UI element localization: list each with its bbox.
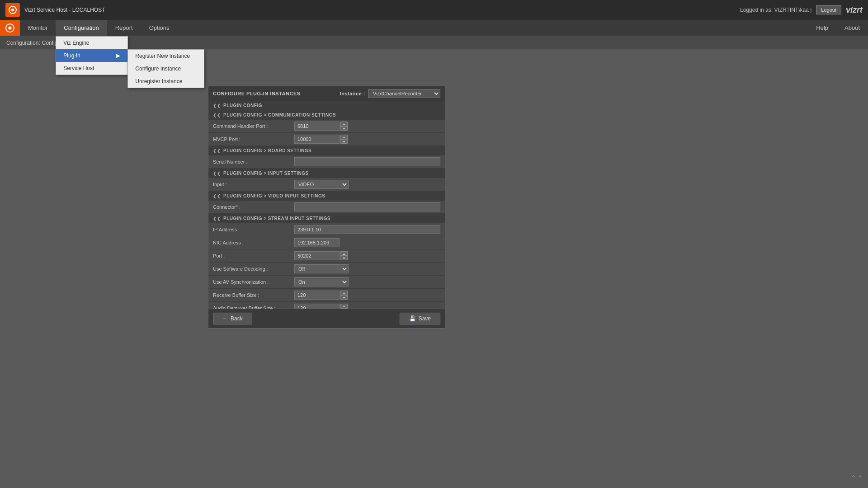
audio-demuxer-up[interactable]: ▲	[340, 304, 348, 308]
nav-item-monitor[interactable]: Monitor	[20, 20, 56, 36]
software-decoding-dropdown[interactable]: Off On	[294, 264, 349, 273]
panel-title: CONFIGURE PLUG-IN INSTANCES	[213, 91, 301, 96]
section-communication-body: Command Handler Port : ▲ ▼ MVCP Port :	[208, 120, 445, 146]
receive-buffer-up[interactable]: ▲	[340, 291, 348, 295]
nic-address-input[interactable]	[294, 238, 340, 247]
mvcp-port-input[interactable]	[294, 135, 340, 144]
nav-configuration-label: Configuration	[64, 24, 99, 31]
section-stream-header[interactable]: ❮❮ PLUGIN CONFIG > STREAM INPUT SETTINGS	[208, 214, 445, 223]
command-handler-down[interactable]: ▼	[340, 126, 348, 131]
scroll-to-top-icon[interactable]: ⌃⌃	[850, 474, 863, 483]
menu-item-plug-in[interactable]: Plug-in ▶ Register New Instance Configur…	[56, 49, 127, 62]
chevron-icon-board: ❮❮	[213, 149, 221, 153]
submenu-item-unregister[interactable]: Unregister Instance	[128, 75, 204, 88]
plugin-submenu: Register New Instance Configure Instance…	[127, 49, 204, 88]
vizrt-logo: vizrt	[846, 5, 863, 15]
section-stream-body: IP Address : NIC Address : Port : ▲ ▼	[208, 223, 445, 309]
spinbox-command-handler: ▲ ▼	[294, 122, 348, 131]
nav-monitor-label: Monitor	[28, 24, 47, 31]
mvcp-spinbtns: ▲ ▼	[340, 135, 348, 144]
receive-buffer-input[interactable]	[294, 291, 340, 300]
field-label-connector: Connector* :	[213, 204, 294, 210]
field-command-handler-port: Command Handler Port : ▲ ▼	[208, 120, 445, 133]
section-input-header[interactable]: ❮❮ PLUGIN CONFIG > INPUT SETTINGS	[208, 169, 445, 178]
app-logo-icon	[5, 3, 20, 17]
port-down[interactable]: ▼	[340, 256, 348, 260]
save-button[interactable]: 💾 Save	[400, 313, 440, 324]
topbar-right: Logged in as: VIZRTINT\kaa | Logout vizr…	[740, 5, 863, 15]
nav-item-about[interactable]: About	[836, 20, 868, 36]
section-video-header[interactable]: ❮❮ PLUGIN CONFIG > VIDEO INPUT SETTINGS	[208, 191, 445, 201]
connector-input[interactable]	[294, 202, 440, 211]
panel-header: CONFIGURE PLUG-IN INSTANCES Instance : V…	[208, 86, 445, 101]
chevron-icon-video: ❮❮	[213, 194, 221, 198]
section-board-body: Serial Number :	[208, 155, 445, 169]
nav-report-label: Report	[115, 24, 133, 31]
topbar-left: Vizrt Service Host - LOCALHOST	[5, 3, 105, 17]
field-ip-address: IP Address :	[208, 223, 445, 236]
chevron-icon-input: ❮❮	[213, 171, 221, 176]
field-label-mvcp: MVCP Port :	[213, 136, 294, 142]
field-label-audio-demuxer: Audio Demuxer Buffer Size :	[213, 305, 294, 309]
audio-demuxer-spinbtns: ▲ ▼	[340, 304, 348, 309]
section-communication-label: PLUGIN CONFIG > COMMUNICATION SETTINGS	[223, 113, 336, 117]
panel-footer: ← Back 💾 Save	[208, 309, 445, 328]
nav-help-label: Help	[816, 24, 828, 31]
field-input: Input : VIDEO	[208, 178, 445, 191]
audio-demuxer-input[interactable]	[294, 304, 340, 309]
menu-item-viz-engine[interactable]: Viz Engine	[56, 37, 127, 49]
instance-select[interactable]: VizrtChannelRecorder	[368, 89, 440, 98]
chevron-icon-comm: ❮❮	[213, 113, 221, 117]
command-handler-port-input[interactable]	[294, 122, 340, 131]
section-input-body: Input : VIDEO	[208, 178, 445, 191]
submenu-item-configure[interactable]: Configure Instance	[128, 62, 204, 75]
av-sync-dropdown[interactable]: On Off	[294, 277, 349, 286]
save-icon: 💾	[409, 315, 416, 322]
field-label-receive-buffer: Receive Buffer Size :	[213, 292, 294, 298]
input-dropdown[interactable]: VIDEO	[294, 180, 349, 189]
mvcp-down[interactable]: ▼	[340, 139, 348, 144]
logged-in-label: Logged in as: VIZRTINT\kaa |	[740, 7, 811, 13]
serial-number-input[interactable]	[294, 157, 440, 166]
back-button[interactable]: ← Back	[213, 313, 252, 324]
field-receive-buffer: Receive Buffer Size : ▲ ▼	[208, 289, 445, 302]
mvcp-up[interactable]: ▲	[340, 135, 348, 139]
nav-item-options[interactable]: Options	[141, 20, 178, 36]
menu-item-service-host[interactable]: Service Host	[56, 62, 127, 75]
port-input[interactable]	[294, 251, 340, 260]
field-software-decoding: Use Software Decoding : Off On	[208, 263, 445, 276]
audio-demuxer-down[interactable]: ▼	[340, 308, 348, 309]
section-communication-header[interactable]: ❮❮ PLUGIN CONFIG > COMMUNICATION SETTING…	[208, 110, 445, 120]
nav-item-report[interactable]: Report	[107, 20, 141, 36]
field-connector: Connector* :	[208, 201, 445, 214]
field-port: Port : ▲ ▼	[208, 249, 445, 263]
section-video-label: PLUGIN CONFIG > VIDEO INPUT SETTINGS	[223, 193, 326, 198]
field-label-serial: Serial Number :	[213, 159, 294, 164]
field-label-nic: NIC Address :	[213, 240, 294, 245]
section-board-header[interactable]: ❮❮ PLUGIN CONFIG > BOARD SETTINGS	[208, 146, 445, 155]
config-panel: CONFIGURE PLUG-IN INSTANCES Instance : V…	[208, 86, 445, 328]
submenu-item-register[interactable]: Register New Instance	[128, 50, 204, 62]
topbar: Vizrt Service Host - LOCALHOST Logged in…	[0, 0, 868, 20]
configuration-dropdown: Viz Engine Plug-in ▶ Register New Instan…	[56, 36, 128, 75]
field-audio-demuxer: Audio Demuxer Buffer Size : ▲ ▼	[208, 302, 445, 309]
ip-address-input[interactable]	[294, 225, 440, 234]
nav-item-configuration[interactable]: Configuration Viz Engine Plug-in ▶ Regis…	[56, 20, 107, 36]
command-handler-up[interactable]: ▲	[340, 122, 348, 126]
back-arrow-icon: ←	[222, 315, 228, 322]
port-spinbtns: ▲ ▼	[340, 251, 348, 260]
breadcrumb-prefix: Configuration:	[6, 40, 40, 46]
logout-button[interactable]: Logout	[816, 5, 841, 14]
section-stream-label: PLUGIN CONFIG > STREAM INPUT SETTINGS	[223, 216, 330, 221]
nav-item-help[interactable]: Help	[808, 20, 836, 36]
submenu-arrow-icon: ▶	[116, 52, 120, 59]
field-nic-address: NIC Address :	[208, 236, 445, 249]
field-mvcp-port: MVCP Port : ▲ ▼	[208, 133, 445, 146]
section-plugin-config-header[interactable]: ❮❮ PLUGIN CONFIG	[208, 101, 445, 110]
section-plugin-config-label: PLUGIN CONFIG	[223, 103, 262, 108]
field-label-command-handler: Command Handler Port :	[213, 123, 294, 129]
field-label-software-decoding: Use Software Decoding :	[213, 266, 294, 272]
main-content: CONFIGURE PLUG-IN INSTANCES Instance : V…	[0, 50, 868, 488]
receive-buffer-down[interactable]: ▼	[340, 295, 348, 300]
port-up[interactable]: ▲	[340, 251, 348, 256]
